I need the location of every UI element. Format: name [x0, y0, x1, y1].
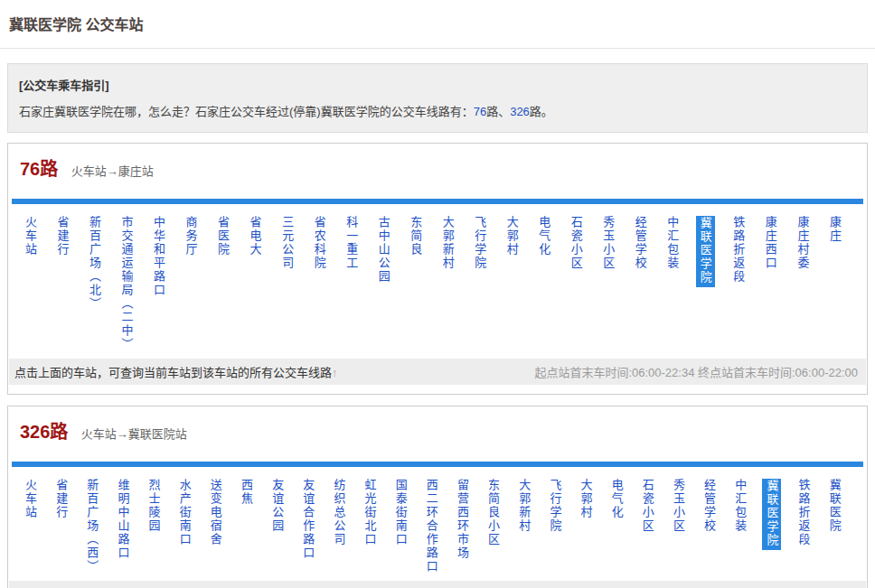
guide-suffix-text: 路。: [530, 105, 553, 118]
station-link[interactable]: 商务厅: [183, 216, 200, 257]
page-title: 冀联医学院 公交车站: [9, 13, 866, 34]
station-link[interactable]: 康庄村委: [794, 216, 811, 270]
content: [公交车乘车指引] 石家庄冀联医学院在哪，怎么走？石家庄公交车经过(停靠)冀联医…: [7, 63, 868, 588]
station-link[interactable]: 冀联医院: [826, 479, 843, 533]
station-list: 火车站省建行新百广场（西）维明中山路口烈士陵园水产街南口送变电宿舍西焦友谊公园友…: [8, 467, 867, 581]
station-link[interactable]: 水产街南口: [176, 479, 193, 546]
station-link[interactable]: 友谊合作路口: [299, 479, 316, 560]
station-link[interactable]: 铁路折返段: [795, 479, 813, 546]
station-link[interactable]: 三元公司: [278, 216, 296, 270]
station-link[interactable]: 西焦: [238, 479, 255, 506]
station-link[interactable]: 中汇包装: [731, 479, 748, 533]
station-link[interactable]: 经管学校: [701, 479, 718, 533]
station-current[interactable]: 冀联医学院: [762, 479, 781, 550]
station-link[interactable]: 铁路折返段: [729, 216, 747, 284]
route-header: 76路 火车站→康庄站: [8, 144, 867, 186]
station-link[interactable]: 维明中山路口: [114, 479, 131, 560]
guide-text: 石家庄冀联医学院在哪，怎么走？石家庄公交车经过(停靠)冀联医学院的公交车线路有：…: [19, 102, 856, 119]
station-link[interactable]: 省农科院: [311, 216, 328, 270]
station-link[interactable]: 飞行学院: [471, 216, 488, 270]
station-link[interactable]: 秀玉小区: [599, 216, 616, 270]
guide-box: [公交车乘车指引] 石家庄冀联医学院在哪，怎么走？石家庄公交车经过(停靠)冀联医…: [7, 63, 868, 133]
station-link[interactable]: 经管学校: [632, 216, 649, 270]
route-card-76: 76路 火车站→康庄站 火车站省建行新百广场（北）市交通运输局（二中）中华和平路…: [7, 143, 868, 395]
station-link[interactable]: 东简良小区: [485, 479, 502, 546]
route-76-link[interactable]: 76: [474, 105, 486, 118]
station-link[interactable]: 火车站: [22, 216, 39, 257]
page-header: 冀联医学院 公交车站: [0, 0, 875, 49]
schedule-times: 起点站首末车时间:06:00-22:34 终点站首末车时间:06:00-22:0…: [534, 363, 858, 380]
station-link[interactable]: 烈士陵园: [146, 479, 163, 533]
guide-intro-text: 石家庄冀联医学院在哪，怎么走？石家庄公交车经过(停靠)冀联医学院的公交车线路有：: [19, 105, 474, 118]
route-number: 326路: [20, 422, 68, 442]
guide-separator-text: 路、: [486, 105, 510, 118]
station-link[interactable]: 东简良: [407, 216, 424, 257]
route-footer: 点击上面的车站，可查询当前车站到该车站的所有公交车线路↑ 起点站首末车时间:06…: [9, 581, 866, 588]
station-link[interactable]: 友谊公园: [268, 479, 286, 533]
station-link[interactable]: 省建行: [52, 479, 70, 519]
station-link[interactable]: 大郭村: [578, 479, 595, 519]
route-card-326: 326路 火车站→冀联医院站 火车站省建行新百广场（西）维明中山路口烈士陵园水产…: [7, 406, 868, 588]
station-link[interactable]: 科一重工: [343, 216, 360, 270]
station-link[interactable]: 国泰街南口: [392, 479, 409, 546]
station-link[interactable]: 康庄: [826, 216, 843, 243]
station-link[interactable]: 石瓷小区: [639, 479, 656, 533]
route-header: 326路 火车站→冀联医院站: [8, 406, 867, 449]
route-326-link[interactable]: 326: [510, 105, 530, 118]
station-link[interactable]: 新百广场（北）: [86, 216, 103, 311]
back-to-top-arrow-icon[interactable]: ↑: [332, 366, 338, 379]
station-link[interactable]: 省电大: [247, 216, 264, 257]
station-link[interactable]: 大郭村: [503, 216, 521, 257]
station-current[interactable]: 冀联医学院: [696, 216, 715, 287]
route-direction: 火车站→康庄站: [71, 164, 154, 178]
station-link[interactable]: 新百广场（西）: [83, 479, 100, 574]
station-link[interactable]: 石瓷小区: [568, 216, 585, 270]
station-link[interactable]: 市交通运输局（二中）: [118, 216, 136, 351]
station-link[interactable]: 电气化: [608, 479, 626, 519]
station-link[interactable]: 省医院: [214, 216, 231, 257]
route-footer: 点击上面的车站，可查询当前车站到该车站的所有公交车线路↑ 起点站首末车时间:06…: [9, 359, 866, 385]
station-link[interactable]: 火车站: [22, 479, 39, 519]
station-link[interactable]: 留营西环市场: [454, 479, 471, 560]
station-link[interactable]: 送变电宿舍: [207, 479, 224, 546]
guide-title: [公交车乘车指引]: [19, 76, 856, 93]
station-link[interactable]: 秀玉小区: [670, 479, 687, 533]
station-link[interactable]: 大郭新村: [515, 479, 532, 533]
station-link[interactable]: 康庄西口: [762, 216, 779, 270]
station-link[interactable]: 飞行学院: [546, 479, 563, 533]
station-link[interactable]: 省建行: [54, 216, 71, 257]
station-link[interactable]: 纺织总公司: [330, 479, 347, 546]
route-number: 76路: [20, 159, 58, 179]
station-link[interactable]: 西二环合作路口: [423, 479, 440, 574]
station-link[interactable]: 古中山公园: [375, 216, 392, 284]
station-link[interactable]: 大郭新村: [439, 216, 456, 270]
station-list: 火车站省建行新百广场（北）市交通运输局（二中）中华和平路口商务厅省医院省电大三元…: [8, 204, 867, 359]
station-link[interactable]: 虹光街北口: [362, 479, 379, 546]
click-hint: 点击上面的车站，可查询当前车站到该车站的所有公交车线路↑: [14, 363, 338, 380]
station-link[interactable]: 电气化: [535, 216, 552, 257]
route-direction: 火车站→冀联医院站: [81, 427, 187, 441]
station-link[interactable]: 中华和平路口: [150, 216, 167, 297]
station-link[interactable]: 中汇包装: [663, 216, 681, 270]
